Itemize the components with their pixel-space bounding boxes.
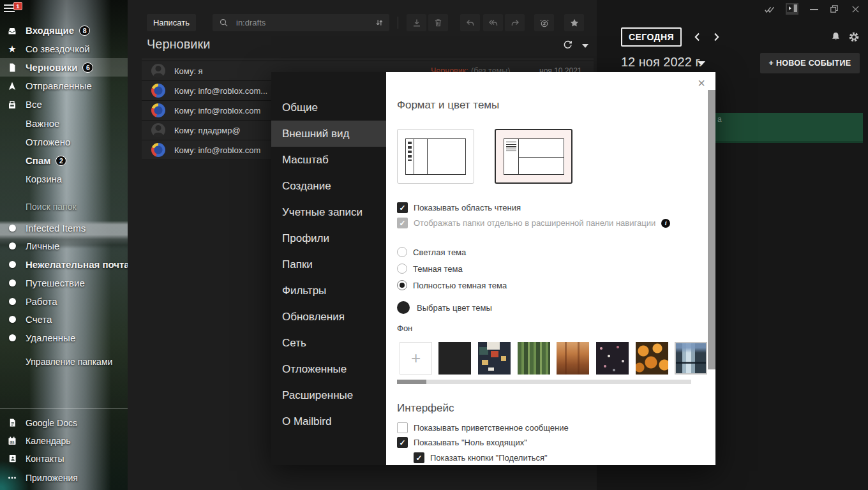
settings-nav-advanced[interactable]: Расширенные <box>271 382 386 408</box>
settings-nav-about[interactable]: О Mailbird <box>271 408 386 434</box>
sidebar-item-drafts[interactable]: Черновики 6 <box>0 58 128 77</box>
settings-nav-appearance[interactable]: Внешний вид <box>271 121 386 147</box>
today-button[interactable]: СЕГОДНЯ <box>621 27 682 47</box>
sidebar-item-deleted[interactable]: Удаленные <box>0 329 128 347</box>
background-thumb-mossy-forest[interactable] <box>518 342 550 375</box>
sidebar-item-apps[interactable]: Приложения <box>0 468 128 487</box>
settings-nav-accounts[interactable]: Учетные записи <box>271 199 386 225</box>
sidebar-item-inbox[interactable]: Входящие 8 <box>0 21 128 40</box>
dialog-close-icon[interactable]: × <box>698 73 705 93</box>
checkbox-show-reading-pane[interactable]: ✓ Показывать область чтения <box>397 202 521 213</box>
search-folders-field[interactable]: Поиск папок <box>0 197 128 216</box>
settings-nav-network[interactable]: Сеть <box>271 330 386 356</box>
background-thumb-dark-floral[interactable] <box>596 342 629 375</box>
backgrounds-scrollbar-thumb[interactable] <box>397 380 426 384</box>
sort-icon[interactable] <box>375 18 384 27</box>
sidebar-item-trash[interactable]: Корзина <box>0 170 128 188</box>
sidebar-item-travel[interactable]: Путешествие <box>0 274 128 292</box>
background-thumb-solid-dark[interactable] <box>438 342 471 375</box>
theme-color-picker[interactable]: Выбрать цвет темы <box>397 301 492 314</box>
manage-folders-button[interactable]: Управление папками <box>0 352 128 371</box>
backgrounds-scrollbar[interactable] <box>397 380 691 384</box>
radio-light-theme[interactable]: Светлая тема <box>397 247 466 257</box>
checkbox-inbox-zero[interactable]: ✓ Показывать "Ноль входящих" <box>397 437 527 448</box>
avatar <box>151 84 165 98</box>
search-input[interactable]: in:drafts <box>213 14 389 31</box>
download-button[interactable] <box>407 14 426 31</box>
svg-text:31: 31 <box>10 439 15 443</box>
navigation-sidebar: 1 Входящие 8 ★ Со звездочкой Черновики 6… <box>0 0 128 490</box>
date-selector[interactable]: 12 ноя 2022 г. <box>621 55 702 70</box>
compose-button[interactable]: Написать <box>147 14 196 31</box>
sidebar-item-important[interactable]: Важное <box>0 114 128 133</box>
notifications-bell-icon[interactable] <box>830 31 841 42</box>
page-title: Черновики <box>147 37 210 52</box>
reply-button[interactable] <box>460 14 480 31</box>
info-icon[interactable]: i <box>661 219 670 228</box>
radio-full-dark-theme[interactable]: Полностью темная тема <box>397 280 507 290</box>
settings-nav-filters[interactable]: Фильтры <box>271 278 386 304</box>
background-add-button[interactable]: + <box>400 342 432 375</box>
settings-gear-icon[interactable] <box>848 31 860 43</box>
sidebar-item-work[interactable]: Работа <box>0 292 128 311</box>
radio-icon <box>397 247 407 257</box>
new-event-button[interactable]: + НОВОЕ СОБЫТИЕ <box>760 53 860 73</box>
sidebar-item-google-docs[interactable]: Google Docs <box>0 413 128 432</box>
sidebar-item-sent[interactable]: Отправленные <box>0 77 128 95</box>
checkbox-welcome-message[interactable]: Показывать приветственное сообщение <box>397 422 569 433</box>
sidebar-item-all[interactable]: Все <box>0 95 128 114</box>
sidebar-item-spam[interactable]: Спам 2 <box>0 151 128 170</box>
settings-nav-composing[interactable]: Создание <box>271 173 386 199</box>
settings-nav-identities[interactable]: Профили <box>271 225 386 251</box>
unread-badge: 2 <box>56 156 66 166</box>
settings-nav: Общие Внешний вид Масштаб Создание Учетн… <box>271 72 386 465</box>
doc-icon <box>6 418 18 427</box>
sidebar-item-infected-items[interactable]: Infected Items <box>0 219 128 237</box>
background-thumb-waterfall-selected[interactable] <box>675 342 707 375</box>
dialog-scrollbar-thumb[interactable] <box>708 90 715 369</box>
prev-day-icon[interactable] <box>692 32 703 42</box>
sidebar-item-personal[interactable]: Личные <box>0 237 128 255</box>
calendar-event[interactable]: a <box>715 113 863 143</box>
settings-nav-folders[interactable]: Папки <box>271 251 386 278</box>
calendar-icon: 31 <box>6 436 18 446</box>
snooze-button[interactable] <box>534 14 554 31</box>
layout-option-vertical[interactable] <box>397 129 474 184</box>
list-options-caret-icon[interactable] <box>582 44 588 48</box>
star-icon: ★ <box>6 43 18 55</box>
background-thumb-pumpkins[interactable] <box>636 342 668 375</box>
minimize-icon[interactable] <box>810 9 818 10</box>
mark-all-read-icon[interactable] <box>763 4 775 15</box>
reply-all-button[interactable] <box>483 14 503 31</box>
forward-button[interactable] <box>505 14 525 31</box>
sidebar-item-junk[interactable]: Нежелательная почта 1 <box>0 255 128 274</box>
sidebar-divider <box>0 408 128 409</box>
refresh-icon[interactable] <box>562 40 573 50</box>
more-dots-icon <box>6 473 18 483</box>
settings-nav-general[interactable]: Общие <box>271 94 386 121</box>
restore-icon[interactable] <box>829 4 839 14</box>
avatar <box>151 123 165 137</box>
settings-nav-scaling[interactable]: Масштаб <box>271 147 386 173</box>
section-title-format: Формат и цвет темы <box>397 99 499 112</box>
next-day-icon[interactable] <box>711 32 721 42</box>
sidebar-item-calendar[interactable]: 31 Календарь <box>0 431 128 450</box>
background-thumb-pixel-art[interactable] <box>478 342 511 375</box>
sidebar-item-snoozed[interactable]: Отложено <box>0 133 128 151</box>
toggle-right-panel-icon[interactable] <box>786 3 798 15</box>
trash-button[interactable] <box>428 14 448 31</box>
folder-dot-icon <box>6 334 18 341</box>
settings-nav-snoozes[interactable]: Отложенные <box>271 356 386 382</box>
star-button[interactable] <box>564 14 584 31</box>
theme-color-swatch[interactable] <box>397 301 410 314</box>
background-thumb-autumn-forest[interactable] <box>557 342 589 375</box>
checkbox-share-buttons[interactable]: ✓ Показать кнопки "Поделиться" <box>414 452 548 463</box>
layout-option-horizontal-selected[interactable] <box>495 129 572 184</box>
sidebar-item-contacts[interactable]: Контакты <box>0 449 128 468</box>
close-icon[interactable] <box>851 4 860 14</box>
sidebar-item-bills[interactable]: Счета <box>0 310 128 329</box>
sidebar-item-starred[interactable]: ★ Со звездочкой <box>0 40 128 58</box>
settings-nav-updates[interactable]: Обновления <box>271 304 386 330</box>
radio-dark-theme[interactable]: Темная тема <box>397 264 463 274</box>
date-caret-icon[interactable] <box>698 61 705 66</box>
